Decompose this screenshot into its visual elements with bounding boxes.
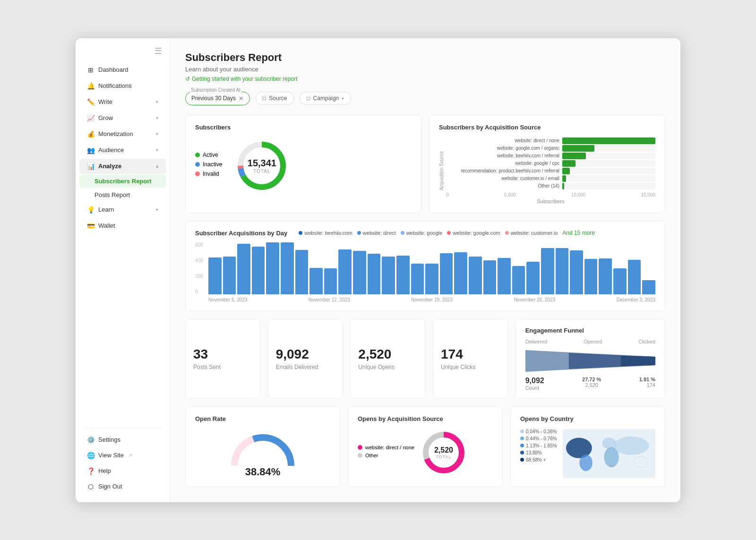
acq-bar-fill [562,183,564,189]
day-bar-item[interactable] [570,250,583,294]
and-more-link[interactable]: And 15 more [562,230,595,236]
chevron-down-icon: ▾ [342,96,344,101]
sidebar-item-analyze[interactable]: 📊 Analyze ▴ [79,159,166,174]
sidebar-item-monetization[interactable]: 💰 Monetization ▾ [79,127,166,142]
label-6858: 68.58% + [526,457,546,463]
sidebar-item-dashboard[interactable]: ⊞ Dashboard [79,62,166,77]
day-bar-item[interactable] [584,259,598,294]
subscribers-card-content: Active Inactive Invalid [195,137,412,194]
day-bar-item[interactable] [628,260,641,294]
sidebar-item-notifications[interactable]: 🔔 Notifications [79,78,166,94]
day-bar-item[interactable] [208,257,222,294]
page-subtitle: Learn about your audience [185,66,665,73]
day-bar-item[interactable] [382,257,395,294]
day-bar-item[interactable] [541,248,554,294]
funnel-svg [525,348,655,374]
acq-bar-label: website: customer.io / email [446,176,559,181]
acq-bar-label: Other (14) [446,183,559,189]
day-bar-item[interactable] [599,258,612,294]
filter-campaign[interactable]: □ Campaign ▾ [300,92,351,105]
filter-subscription-created[interactable]: Subscription Created At Previous 30 Days… [185,92,250,105]
sidebar-item-audience[interactable]: 👥 Audience ▾ [79,143,166,158]
day-bar-item[interactable] [353,251,366,294]
sidebar-label-notifications: Notifications [98,82,132,89]
acq-bar-row: recommendation: product.beehiiv.com / re… [446,168,655,174]
acq-x-label: Subscribers [446,198,655,204]
sidebar-label-wallet: Wallet [98,222,115,229]
acq-bar-row: Other (14) [446,183,655,189]
day-bar-item[interactable] [223,257,236,294]
help-icon: ❓ [87,467,94,475]
world-map-svg [563,429,655,476]
acq-bar-row: website: direct / none [446,137,655,144]
sidebar-item-help[interactable]: ❓ Help [79,463,166,479]
legend-google: website: google [401,230,442,236]
unique-opens-label: Unique Opens [358,364,395,370]
unique-clicks-value: 174 [441,347,463,362]
day-bar-item[interactable] [396,256,410,294]
day-bar-item[interactable] [483,260,497,294]
axis-dec3: December 3, 2023 [617,297,655,302]
sidebar-item-wallet[interactable]: 💳 Wallet [79,218,166,233]
day-bar-item[interactable] [237,244,250,294]
legend-004: 0.04% - 0.36% [520,429,557,434]
day-bar-item[interactable] [266,242,279,294]
day-bar-item[interactable] [281,242,294,294]
view-site-icon: 🌐 [87,452,94,459]
day-bar-item[interactable] [642,280,655,294]
write-icon: ✏️ [87,98,94,106]
stat-posts-sent: 33 Posts Sent [185,319,260,399]
day-bar-item[interactable] [411,264,424,294]
funnel-labels: Delivered Opened Clicked [525,339,655,344]
bottom-row: Open Rate 38.84% [185,406,665,487]
sidebar-item-write[interactable]: ✏️ Write ▾ [79,94,166,110]
opens-acq-title: Opens by Acquisition Source [358,415,493,422]
legend-invalid: Invalid [195,171,222,177]
filter-close-icon[interactable]: ✕ [239,95,244,102]
day-bar-item[interactable] [512,266,525,294]
day-bar-item[interactable] [368,254,381,294]
funnel-stats: 9,092 Count 27.72 % 2,520 1.91 % 174 [525,377,655,391]
sidebar-label-sign-out: Sign Out [98,483,122,490]
acq-bar-track [562,168,655,174]
day-bar-item[interactable] [338,249,352,294]
day-bar-item[interactable] [613,268,627,294]
open-rate-title: Open Rate [195,415,330,422]
filter-source[interactable]: □ Source [256,92,294,105]
sidebar-item-settings[interactable]: ⚙️ Settings [79,432,166,447]
day-bar-item[interactable] [526,262,540,294]
day-bar-item[interactable] [556,248,569,294]
open-rate-svg [230,433,296,471]
funnel-label-delivered: Delivered [525,339,547,344]
audience-icon: 👥 [87,146,94,154]
getting-started-link[interactable]: ↺ Getting started with your subscriber r… [185,76,665,82]
day-bar-item[interactable] [324,268,337,294]
sidebar-sub-item-posts-report[interactable]: Posts Report [79,189,166,201]
day-bar-item[interactable] [295,250,309,294]
day-bar-item[interactable] [440,253,453,294]
day-bar-header: Subscriber Acquisitions by Day website: … [195,230,655,237]
day-bar-item[interactable] [454,252,467,294]
day-bar-item[interactable] [469,257,482,294]
sidebar-label-write: Write [98,98,112,105]
day-bar-item[interactable] [252,247,265,294]
tick-5000: 5,000 [504,192,516,197]
day-bar-item[interactable] [498,258,511,294]
sidebar-item-learn[interactable]: 💡 Learn ▾ [79,202,166,217]
sidebar-item-grow[interactable]: 📈 Grow ▾ [79,111,166,126]
legend-active: Active [195,152,222,158]
funnel-clicked-stat: 1.91 % 174 [639,377,655,391]
funnel-opened-pct: 27.72 % [582,377,601,382]
sidebar-item-view-site[interactable]: 🌐 View Site ↗ [79,448,166,463]
acq-bar-row: website: google.com / organic [446,145,655,152]
acq-bar-label: website: google / cpc [446,161,559,166]
sidebar-item-sign-out[interactable]: ⬡ Sign Out [79,479,166,494]
label-113: 1.13% - 1.85% [526,443,557,448]
page-title: Subscribers Report [185,51,665,64]
legend-google-com: website: google.com [447,230,500,236]
sidebar-sub-item-subscribers-report[interactable]: Subscribers Report [79,175,166,188]
day-bar-item[interactable] [425,264,438,294]
sidebar-label-view-site: View Site [98,452,124,459]
day-bar-item[interactable] [309,268,323,294]
world-map-wrap: 0.04% - 0.36% 0.44% - 0.76% 1.13% - 1.85… [520,429,655,478]
